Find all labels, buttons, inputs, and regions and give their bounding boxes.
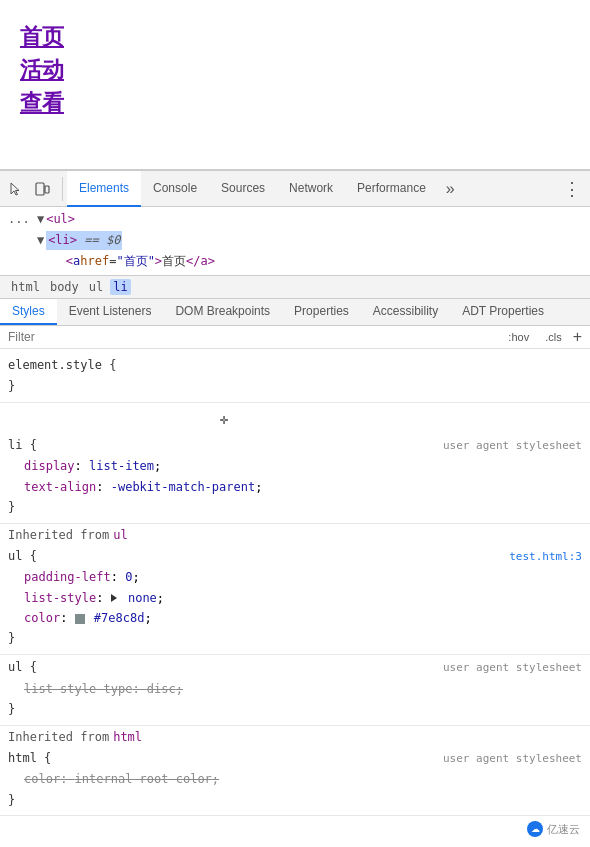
page-content: 首页 活动 查看 bbox=[0, 0, 590, 170]
ellipsis: ... bbox=[8, 210, 30, 229]
breadcrumb-body[interactable]: body bbox=[47, 279, 82, 295]
style-prop-padding-left: padding-left: 0; bbox=[8, 567, 582, 587]
sub-tab-adt-properties[interactable]: ADT Properties bbox=[450, 299, 556, 325]
svg-rect-0 bbox=[36, 183, 44, 195]
style-selector-ul-test: ul { test.html:3 bbox=[8, 546, 582, 568]
link-activity[interactable]: 活动 bbox=[20, 53, 570, 86]
filter-hov-button[interactable]: :hov bbox=[503, 329, 534, 345]
li-source: user agent stylesheet bbox=[443, 436, 582, 456]
watermark: ☁ 亿速云 bbox=[527, 821, 580, 837]
style-prop-color: color: #7e8c8d; bbox=[8, 608, 582, 628]
style-prop-color-internal-crossed: color: internal-root-color; bbox=[8, 769, 582, 789]
sub-tabs: Styles Event Listeners DOM Breakpoints P… bbox=[0, 299, 590, 326]
tab-elements[interactable]: Elements bbox=[67, 171, 141, 207]
sub-tab-dom-breakpoints[interactable]: DOM Breakpoints bbox=[163, 299, 282, 325]
filter-cls-button[interactable]: .cls bbox=[540, 329, 567, 345]
color-swatch[interactable] bbox=[75, 614, 85, 624]
styles-panel: Styles Event Listeners DOM Breakpoints P… bbox=[0, 299, 590, 847]
tab-performance[interactable]: Performance bbox=[345, 171, 438, 207]
devtools-toolbar: Elements Console Sources Network Perform… bbox=[0, 171, 590, 207]
style-block-ul-test: ul { test.html:3 padding-left: 0; list-s… bbox=[0, 544, 590, 655]
svg-rect-1 bbox=[45, 186, 49, 193]
cursor-symbol: ✛ bbox=[220, 411, 228, 427]
link-home[interactable]: 首页 bbox=[20, 20, 570, 53]
devtools-menu-button[interactable]: ⋮ bbox=[558, 171, 586, 207]
inherited-from-ul: Inherited from ul bbox=[0, 524, 590, 544]
watermark-text: 亿速云 bbox=[547, 822, 580, 837]
list-style-triangle[interactable] bbox=[111, 594, 117, 602]
style-prop-list-style: list-style: none; bbox=[8, 588, 582, 608]
cursor-icon[interactable] bbox=[4, 177, 28, 201]
style-selector-li: li { user agent stylesheet bbox=[8, 435, 582, 457]
style-close-ul-ua: } bbox=[8, 699, 582, 721]
tab-network[interactable]: Network bbox=[277, 171, 345, 207]
devtools-toolbar-icons bbox=[4, 177, 63, 201]
tab-sources[interactable]: Sources bbox=[209, 171, 277, 207]
style-prop-display: display: list-item; bbox=[8, 456, 582, 476]
dom-area: ... ▼ <ul> ▼ <li> == $0 <a href="首页" > 首… bbox=[0, 207, 590, 276]
filter-bar: :hov .cls + bbox=[0, 326, 590, 349]
breadcrumb: html body ul li bbox=[0, 276, 590, 299]
style-close-element-style: } bbox=[8, 376, 582, 398]
style-close-ul-test: } bbox=[8, 628, 582, 650]
sub-tab-properties[interactable]: Properties bbox=[282, 299, 361, 325]
breadcrumb-ul[interactable]: ul bbox=[86, 279, 106, 295]
filter-actions: :hov .cls + bbox=[503, 329, 582, 345]
breadcrumb-li[interactable]: li bbox=[110, 279, 130, 295]
style-close-html-ua: } bbox=[8, 790, 582, 812]
styles-content: element.style { } ✛ li { user agent styl… bbox=[0, 349, 590, 847]
filter-input[interactable] bbox=[8, 330, 503, 344]
devtools-panel: Elements Console Sources Network Perform… bbox=[0, 170, 590, 847]
link-view[interactable]: 查看 bbox=[20, 86, 570, 119]
style-selector-ul-ua: ul { user agent stylesheet bbox=[8, 657, 582, 679]
style-close-li: } bbox=[8, 497, 582, 519]
style-prop-text-align: text-align: -webkit-match-parent; bbox=[8, 477, 582, 497]
dom-row-li: ▼ <li> == $0 bbox=[8, 230, 582, 251]
cursor-area: ✛ bbox=[0, 403, 590, 433]
tab-console[interactable]: Console bbox=[141, 171, 209, 207]
dom-row-a: <a href="首页" > 首页 </a> bbox=[8, 251, 582, 272]
style-block-html-ua: html { user agent stylesheet color: inte… bbox=[0, 746, 590, 817]
inherited-from-html: Inherited from html bbox=[0, 726, 590, 746]
ul-test-source[interactable]: test.html:3 bbox=[509, 547, 582, 567]
watermark-icon: ☁ bbox=[527, 821, 543, 837]
sub-tab-event-listeners[interactable]: Event Listeners bbox=[57, 299, 164, 325]
page-links: 首页 活动 查看 bbox=[20, 20, 570, 119]
dom-li-selected[interactable]: <li> == $0 bbox=[46, 231, 122, 250]
style-block-li: li { user agent stylesheet display: list… bbox=[0, 433, 590, 524]
dom-row-ul: ... ▼ <ul> bbox=[8, 209, 582, 230]
triangle-ul-expand[interactable]: ▼ bbox=[37, 210, 44, 229]
devtools-tabs: Elements Console Sources Network Perform… bbox=[67, 171, 558, 207]
style-selector-element-style: element.style { bbox=[8, 355, 582, 377]
triangle-li-expand[interactable]: ▼ bbox=[37, 231, 44, 250]
html-ua-source: user agent stylesheet bbox=[443, 749, 582, 769]
style-selector-html-ua: html { user agent stylesheet bbox=[8, 748, 582, 770]
ul-ua-source: user agent stylesheet bbox=[443, 658, 582, 678]
filter-add-button[interactable]: + bbox=[573, 329, 582, 345]
style-prop-list-style-type-crossed: list-style-type: disc; bbox=[8, 679, 582, 699]
style-block-ul-ua: ul { user agent stylesheet list-style-ty… bbox=[0, 655, 590, 726]
device-icon[interactable] bbox=[30, 177, 54, 201]
breadcrumb-html[interactable]: html bbox=[8, 279, 43, 295]
sub-tab-accessibility[interactable]: Accessibility bbox=[361, 299, 450, 325]
style-block-element-style: element.style { } bbox=[0, 353, 590, 403]
more-tabs-button[interactable]: » bbox=[438, 171, 463, 207]
sub-tab-styles[interactable]: Styles bbox=[0, 299, 57, 325]
